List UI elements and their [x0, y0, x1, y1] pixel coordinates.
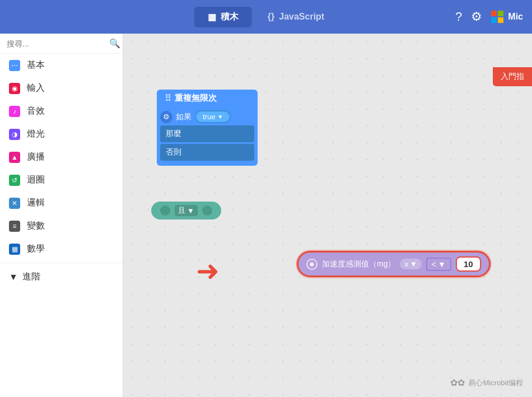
math-label: 數學 [27, 243, 45, 255]
variable-icon: ≡ [12, 222, 16, 230]
gear-icon[interactable]: ⚙ [160, 111, 172, 123]
broadcast-color-dot: ▲ [9, 152, 20, 163]
variable-label: 變數 [27, 220, 45, 232]
sensor-inner: ◉ 加速度感測值（mg） x ▼ < ▼ 10 [297, 251, 491, 277]
settings-icon[interactable]: ⚙ [471, 10, 482, 24]
op-badge[interactable]: < ▼ [426, 258, 451, 271]
variable-color-dot: ≡ [9, 221, 20, 232]
value-label: 10 [464, 259, 473, 269]
logic-label: 邏輯 [27, 197, 45, 209]
tab-js-label: JavaScript [279, 12, 324, 22]
forever-label: 重複無限次 [175, 93, 217, 104]
basic-color-dot: ⋯ [9, 60, 20, 71]
axis-dropdown[interactable]: x ▼ [400, 259, 421, 269]
search-input[interactable] [7, 39, 105, 48]
search-icon: 🔍 [109, 38, 120, 49]
chevron-down-icon: ▼ [9, 272, 18, 282]
input-label: 輸入 [27, 82, 45, 94]
value-box[interactable]: 10 [456, 256, 481, 272]
input-icon: ◉ [12, 85, 17, 92]
ms-grid-icon [491, 11, 503, 23]
axis-dropdown-arrow: ▼ [410, 260, 417, 268]
arrow-indicator: ➜ [196, 255, 220, 287]
search-bar: 🔍 [0, 34, 123, 54]
sensor-circle-icon: ◉ [306, 259, 318, 270]
and-dropdown[interactable]: 且 ▼ [175, 205, 198, 216]
math-icon: ▦ [12, 245, 18, 253]
help-icon[interactable]: ? [455, 10, 462, 24]
and-block[interactable]: 且 ▼ [151, 202, 221, 219]
forever-block[interactable]: ⠿ 重複無限次 ⚙ 如果 true ▼ 那麼 否則 [157, 90, 258, 166]
loop-label: 迴圈 [27, 174, 45, 186]
sidebar-divider [0, 263, 123, 263]
forever-block-header: ⠿ 重複無限次 [157, 90, 258, 107]
sound-label: 音效 [27, 105, 45, 117]
blocks-icon: ▦ [208, 12, 216, 22]
and-right-connector [202, 205, 212, 216]
op-dropdown-arrow: ▼ [438, 260, 446, 269]
sidebar-item-basic[interactable]: ⋯ 基本 [0, 54, 123, 77]
and-dropdown-arrow: ▼ [187, 207, 194, 215]
sidebar-item-light[interactable]: ◑ 燈光 [0, 123, 123, 146]
true-label: true [203, 113, 215, 121]
logic-color-dot: ✕ [9, 198, 20, 209]
loop-color-dot: ↺ [9, 175, 20, 186]
sidebar-item-loop[interactable]: ↺ 迴圈 [0, 169, 123, 192]
broadcast-label: 廣播 [27, 151, 45, 163]
header-tabs: ▦ 積木 {} JavaScript [194, 7, 338, 27]
watermark-text: 易心Microbit编程 [468, 378, 523, 388]
tab-javascript[interactable]: {} JavaScript [254, 7, 338, 27]
and-left-connector [160, 205, 170, 216]
sensor-block[interactable]: ◉ 加速度感測值（mg） x ▼ < ▼ 10 [297, 251, 491, 277]
broadcast-icon: ▲ [11, 153, 18, 161]
axis-label: x [404, 260, 408, 268]
sensor-label: 加速度感測值（mg） [322, 259, 395, 269]
watermark-icon: ✿✿ [450, 377, 465, 388]
then-label: 那麼 [166, 129, 181, 138]
op-label: < [432, 260, 436, 269]
header: ▦ 積木 {} JavaScript ? ⚙ Mic [0, 0, 532, 34]
and-inner: 且 ▼ [151, 202, 221, 219]
ms-label: Mic [508, 12, 523, 22]
sound-color-dot: ♪ [9, 106, 20, 117]
sidebar-item-sound[interactable]: ♪ 音效 [0, 100, 123, 123]
sidebar-item-input[interactable]: ◉ 輸入 [0, 77, 123, 100]
ms-logo[interactable]: Mic [491, 11, 523, 23]
else-label: 否則 [166, 147, 181, 156]
main-layout: 🔍 ⋯ 基本 ◉ 輸入 ♪ 音效 ◑ 燈光 [0, 34, 532, 397]
basic-icon: ⋯ [11, 62, 18, 69]
header-right: ? ⚙ Mic [455, 10, 523, 24]
light-label: 燈光 [27, 128, 45, 140]
and-label: 且 [178, 205, 185, 216]
logic-icon: ✕ [12, 199, 17, 207]
watermark: ✿✿ 易心Microbit编程 [450, 377, 523, 388]
light-color-dot: ◑ [9, 129, 20, 140]
sidebar-item-variable[interactable]: ≡ 變數 [0, 214, 123, 237]
tab-blocks[interactable]: ▦ 積木 [194, 7, 252, 27]
puzzle-icon: ⠿ [165, 93, 171, 104]
advanced-label: 進階 [22, 271, 40, 283]
input-color-dot: ◉ [9, 83, 20, 94]
sidebar-item-advanced[interactable]: ▼ 進階 [0, 265, 123, 288]
canvas: 入門指 ⠿ 重複無限次 ⚙ 如果 true ▼ 那麼 [123, 34, 532, 397]
light-icon: ◑ [12, 130, 17, 138]
tab-blocks-label: 積木 [221, 11, 239, 23]
true-dropdown-arrow: ▼ [217, 114, 223, 120]
intro-button[interactable]: 入門指 [493, 67, 532, 86]
math-color-dot: ▦ [9, 244, 20, 255]
if-row: ⚙ 如果 true ▼ [160, 110, 254, 123]
else-block: 否則 [160, 144, 254, 161]
sidebar-item-logic[interactable]: ✕ 邏輯 [0, 192, 123, 214]
loop-icon: ↺ [12, 176, 17, 184]
true-badge[interactable]: true ▼ [195, 110, 231, 123]
js-icon: {} [268, 12, 274, 22]
sidebar: 🔍 ⋯ 基本 ◉ 輸入 ♪ 音效 ◑ 燈光 [0, 34, 123, 397]
sidebar-item-math[interactable]: ▦ 數學 [0, 237, 123, 260]
sound-icon: ♪ [13, 108, 16, 115]
basic-label: 基本 [27, 59, 45, 71]
then-block: 那麼 [160, 125, 254, 142]
if-block[interactable]: ⚙ 如果 true ▼ 那麼 否則 [157, 107, 258, 166]
if-label: 如果 [176, 112, 192, 122]
sidebar-item-broadcast[interactable]: ▲ 廣播 [0, 146, 123, 169]
